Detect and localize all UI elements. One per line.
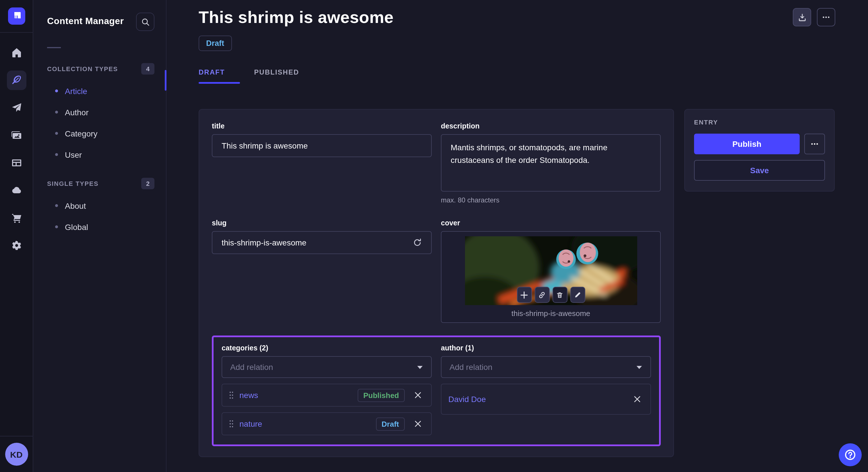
field-title: title This shrimp is awesome xyxy=(212,122,432,204)
settings-gear-icon[interactable] xyxy=(7,236,26,255)
author-add-relation-select[interactable]: Add relation xyxy=(441,356,651,378)
header-more-button[interactable] xyxy=(817,8,835,26)
strapi-logo[interactable] xyxy=(8,7,25,25)
section-label: COLLECTION TYPES xyxy=(47,65,118,72)
rail-icon-nav xyxy=(7,43,26,255)
edit-form-panel: title This shrimp is awesome description… xyxy=(198,109,674,457)
header-actions xyxy=(793,8,835,26)
strapi-logo-glyph xyxy=(12,11,21,21)
slug-input[interactable]: this-shrimp-is-awesome xyxy=(212,231,432,254)
more-dots-icon xyxy=(810,139,819,148)
sidebar-item-label: Author xyxy=(65,107,89,117)
sidebar-item-about[interactable]: About xyxy=(47,195,166,216)
sidebar-item-global[interactable]: Global xyxy=(47,216,166,237)
main-content: This shrimp is awesome Draft DRAFT PUBL xyxy=(166,0,868,472)
help-button[interactable] xyxy=(839,443,862,466)
user-avatar[interactable]: KD xyxy=(5,443,28,466)
cover-toolbar xyxy=(517,287,585,303)
plus-icon xyxy=(520,291,528,299)
releases-paper-plane-icon[interactable] xyxy=(7,98,26,117)
sidebar-item-label: Article xyxy=(65,86,87,96)
home-icon[interactable] xyxy=(7,43,26,63)
field-label-description: description xyxy=(441,122,661,130)
sidebar-item-author[interactable]: Author xyxy=(47,102,166,123)
section-collection-types: COLLECTION TYPES 4 xyxy=(47,63,166,74)
field-label-title: title xyxy=(212,122,432,130)
relation-link[interactable]: nature xyxy=(239,419,262,429)
entry-more-button[interactable] xyxy=(804,134,825,154)
delete-asset-button[interactable] xyxy=(552,287,567,303)
relations-highlighted-section: categories (2) Add relation news Publish… xyxy=(212,336,661,446)
entry-panel: ENTRY Publish Save xyxy=(684,109,835,192)
remove-relation-button[interactable] xyxy=(412,417,424,430)
pencil-icon xyxy=(574,291,581,299)
tab-draft[interactable]: DRAFT xyxy=(198,68,240,84)
slug-input-value: this-shrimp-is-awesome xyxy=(222,238,413,247)
add-asset-button[interactable] xyxy=(517,287,532,303)
page-title: This shrimp is awesome xyxy=(198,8,394,27)
remove-relation-button[interactable] xyxy=(412,389,424,401)
save-button[interactable]: Save xyxy=(694,160,825,181)
chevron-down-icon xyxy=(636,365,642,369)
status-badge: Draft xyxy=(198,36,231,51)
relation-item-david-doe: David Doe xyxy=(441,384,651,415)
field-categories: categories (2) Add relation news Publish… xyxy=(222,344,432,435)
single-types-list: About Global xyxy=(47,195,166,237)
deploy-cloud-icon[interactable] xyxy=(7,181,26,200)
sidebar-item-label: User xyxy=(65,150,82,159)
publish-button[interactable]: Publish xyxy=(694,134,800,154)
link-icon xyxy=(538,291,546,299)
field-description: description Mantis shrimps, or stomatopo… xyxy=(441,122,661,204)
section-single-types: SINGLE TYPES 2 xyxy=(47,178,166,189)
search-button[interactable] xyxy=(136,12,154,31)
sidebar-item-label: Category xyxy=(65,129,98,138)
tab-published[interactable]: PUBLISHED xyxy=(254,68,299,84)
description-textarea[interactable]: Mantis shrimps, or stomatopods, are mari… xyxy=(441,134,661,192)
drag-handle-icon[interactable] xyxy=(229,420,234,428)
remove-relation-button[interactable] xyxy=(631,393,644,405)
close-icon xyxy=(414,392,422,399)
section-label: SINGLE TYPES xyxy=(47,180,98,187)
app: KD Content Manager COLLECTION TYPES 4 Ar… xyxy=(0,0,868,472)
sidebar-item-article[interactable]: Article xyxy=(47,80,166,102)
rail-divider xyxy=(0,32,33,33)
relation-status-badge: Draft xyxy=(376,417,405,430)
relation-link[interactable]: news xyxy=(239,391,258,400)
regenerate-slug-icon[interactable] xyxy=(413,238,422,247)
description-hint: max. 80 characters xyxy=(441,196,661,204)
field-cover: cover xyxy=(441,219,661,323)
version-tabs: DRAFT PUBLISHED xyxy=(198,68,835,84)
sidebar-item-user[interactable]: User xyxy=(47,144,166,165)
more-dots-icon xyxy=(822,12,831,22)
relation-link[interactable]: David Doe xyxy=(448,395,486,404)
entry-panel-title: ENTRY xyxy=(694,119,825,126)
relation-item-news: news Published xyxy=(222,384,432,407)
rail-bottom-divider xyxy=(0,436,33,436)
content-manager-sidebar: Content Manager COLLECTION TYPES 4 Artic… xyxy=(33,0,166,472)
bullet-icon xyxy=(55,90,58,92)
bullet-icon xyxy=(55,111,58,113)
title-input[interactable]: This shrimp is awesome xyxy=(212,134,432,157)
content-type-builder-icon[interactable] xyxy=(7,153,26,173)
bullet-icon xyxy=(55,225,58,228)
drag-handle-icon[interactable] xyxy=(229,391,234,399)
field-slug: slug this-shrimp-is-awesome xyxy=(212,219,432,323)
relation-status-badge: Published xyxy=(358,389,405,402)
marketplace-cart-icon[interactable] xyxy=(7,208,26,228)
content-manager-feather-icon[interactable] xyxy=(7,71,26,90)
categories-add-relation-select[interactable]: Add relation xyxy=(222,356,432,378)
bullet-icon xyxy=(55,132,58,135)
section-count-badge: 4 xyxy=(141,63,154,74)
edit-asset-button[interactable] xyxy=(570,287,585,303)
section-count-badge: 2 xyxy=(141,178,154,189)
sidebar-title: Content Manager xyxy=(47,12,124,26)
cover-image xyxy=(465,236,637,305)
question-mark-icon xyxy=(844,448,857,461)
search-icon xyxy=(141,18,150,26)
media-library-icon[interactable] xyxy=(7,126,26,145)
cover-asset-card: this-shrimp-is-awesome xyxy=(441,231,661,323)
bullet-icon xyxy=(55,204,58,207)
copy-link-button[interactable] xyxy=(534,287,549,303)
sidebar-item-category[interactable]: Category xyxy=(47,123,166,144)
export-download-button[interactable] xyxy=(793,8,811,26)
